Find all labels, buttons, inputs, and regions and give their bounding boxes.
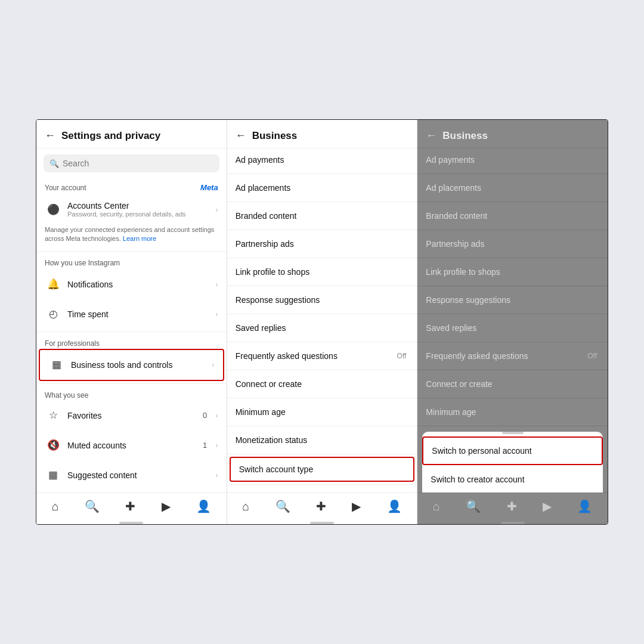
divider bbox=[227, 370, 417, 370]
divider2 bbox=[36, 332, 227, 332]
divider bbox=[417, 202, 608, 202]
panel2-list: Ad paymentsAd placementsBranded contentP… bbox=[227, 148, 417, 493]
search-bar[interactable]: 🔍 bbox=[44, 154, 219, 172]
business-tools-item[interactable]: ▦ Business tools and controls › bbox=[39, 349, 224, 381]
menu-item-content: Branded content bbox=[426, 211, 599, 221]
add-nav-icon[interactable]: ✚ bbox=[507, 499, 517, 513]
menu-item-title: Ad payments bbox=[236, 155, 409, 165]
notifications-item[interactable]: 🔔 Notifications › bbox=[36, 270, 227, 299]
menu-item-title: Link profile to shops bbox=[426, 267, 599, 277]
divider bbox=[227, 230, 417, 230]
time-spent-item[interactable]: ◴ Time spent › bbox=[36, 299, 227, 329]
business-menu-item-dimmed[interactable]: Frequently asked questionsOff bbox=[417, 345, 608, 367]
menu-item-title: Connect or create bbox=[236, 379, 409, 389]
menu-item-content: Link profile to shops bbox=[236, 267, 409, 277]
menu-item-title: Saved replies bbox=[426, 323, 599, 333]
profile-nav-icon[interactable]: 👤 bbox=[196, 499, 211, 513]
search-input[interactable] bbox=[63, 159, 213, 168]
business-menu-item[interactable]: Saved replies bbox=[227, 317, 417, 339]
menu-item-title: Link profile to shops bbox=[236, 267, 409, 277]
business-menu-item[interactable]: Partnership ads bbox=[227, 233, 417, 255]
search-icon: 🔍 bbox=[49, 159, 59, 168]
business-menu-item-dimmed[interactable]: Link profile to shops bbox=[417, 261, 608, 283]
chevron-icon: › bbox=[215, 470, 218, 479]
search-nav-icon[interactable]: 🔍 bbox=[466, 499, 481, 513]
divider bbox=[227, 342, 417, 342]
business-menu-item[interactable]: Add new professional account bbox=[227, 487, 417, 493]
divider bbox=[417, 342, 608, 342]
menu-item-title: Frequently asked questions bbox=[426, 351, 581, 361]
home-nav-icon[interactable]: ⌂ bbox=[52, 500, 59, 513]
business-menu-item-dimmed[interactable]: Response suggestions bbox=[417, 289, 608, 311]
suggested-content-item[interactable]: ▦ Suggested content › bbox=[36, 460, 227, 490]
business-menu-item[interactable]: Ad placements bbox=[227, 177, 417, 199]
add-nav-icon[interactable]: ✚ bbox=[125, 499, 135, 513]
suggested-icon: ▦ bbox=[45, 467, 61, 484]
business-menu-item-dimmed[interactable]: Minimum age bbox=[417, 401, 608, 423]
like-count-item[interactable]: ❤ Like count › bbox=[36, 490, 227, 493]
muted-accounts-item[interactable]: 🔇 Muted accounts 1 › bbox=[36, 431, 227, 460]
what-you-see-label: What you see bbox=[36, 386, 227, 401]
menu-item-content: Switch account type bbox=[239, 465, 405, 474]
menu-item-content: Connect or create bbox=[236, 379, 409, 389]
back-arrow-icon[interactable]: ← bbox=[45, 129, 55, 142]
search-nav-icon[interactable]: 🔍 bbox=[85, 499, 100, 513]
divider bbox=[417, 370, 608, 370]
reels-nav-icon[interactable]: ▶ bbox=[352, 499, 361, 513]
business-menu-item[interactable]: Response suggestions bbox=[227, 289, 417, 311]
back-arrow-icon[interactable]: ← bbox=[426, 129, 436, 142]
business-menu-item[interactable]: Frequently asked questionsOff bbox=[227, 345, 417, 367]
menu-item-title: Partnership ads bbox=[236, 239, 409, 249]
menu-item-title: Connect or create bbox=[426, 379, 599, 389]
business-menu-item[interactable]: Switch account type bbox=[230, 457, 415, 482]
profile-nav-icon[interactable]: 👤 bbox=[577, 499, 592, 513]
business-menu-item-dimmed[interactable]: Connect or create bbox=[417, 373, 608, 395]
panel3-title: Business bbox=[442, 130, 488, 142]
panel-settings: ← Settings and privacy 🔍 Your account Me… bbox=[36, 120, 227, 524]
panel3-list: Ad paymentsAd placementsBranded contentP… bbox=[417, 148, 608, 427]
favorites-item[interactable]: ☆ Favorites 0 › bbox=[36, 401, 227, 431]
popup-item[interactable]: Switch to creator account bbox=[422, 466, 603, 493]
chevron-icon: › bbox=[215, 205, 218, 214]
popup-items: Switch to personal accountSwitch to crea… bbox=[422, 436, 603, 493]
add-nav-icon[interactable]: ✚ bbox=[316, 499, 326, 513]
divider bbox=[227, 202, 417, 202]
learn-more-link[interactable]: Learn more bbox=[123, 235, 156, 242]
business-menu-item-dimmed[interactable]: Ad payments bbox=[417, 148, 608, 171]
accounts-center-item[interactable]: ⚫ Accounts Center Password, security, pe… bbox=[36, 194, 227, 224]
menu-item-content: Response suggestions bbox=[236, 295, 409, 305]
menu-item-content: Saved replies bbox=[236, 323, 409, 333]
business-menu-item-dimmed[interactable]: Branded content bbox=[417, 205, 608, 227]
profile-nav-icon[interactable]: 👤 bbox=[387, 499, 402, 513]
business-menu-item[interactable]: Ad payments bbox=[227, 148, 417, 171]
panel1-header: ← Settings and privacy bbox=[36, 120, 227, 148]
business-menu-item[interactable]: Connect or create bbox=[227, 373, 417, 395]
back-arrow-icon[interactable]: ← bbox=[236, 129, 246, 142]
business-menu-item[interactable]: Minimum age bbox=[227, 401, 417, 423]
home-nav-icon[interactable]: ⌂ bbox=[242, 500, 249, 513]
business-menu-item[interactable]: Branded content bbox=[227, 205, 417, 227]
business-menu-item-dimmed[interactable]: Partnership ads bbox=[417, 233, 608, 255]
business-tools-icon: ▦ bbox=[48, 357, 65, 373]
chevron-icon: › bbox=[215, 441, 218, 450]
reels-nav-icon[interactable]: ▶ bbox=[543, 499, 552, 513]
accounts-center-icon: ⚫ bbox=[45, 201, 61, 218]
notifications-content: Notifications bbox=[67, 280, 209, 289]
reels-nav-icon[interactable]: ▶ bbox=[162, 499, 171, 513]
divider bbox=[417, 286, 608, 286]
home-nav-icon[interactable]: ⌂ bbox=[433, 500, 440, 513]
bottom-indicator bbox=[310, 522, 334, 524]
business-menu-item[interactable]: Link profile to shops bbox=[227, 261, 417, 283]
popup-item[interactable]: Switch to personal account bbox=[422, 436, 603, 465]
divider3 bbox=[36, 383, 227, 384]
search-nav-icon[interactable]: 🔍 bbox=[275, 499, 290, 513]
menu-item-title: Response suggestions bbox=[426, 295, 599, 305]
business-menu-item-dimmed[interactable]: Saved replies bbox=[417, 317, 608, 339]
business-menu-item[interactable]: Monetization status bbox=[227, 429, 417, 451]
business-menu-item-dimmed[interactable]: Ad placements bbox=[417, 177, 608, 199]
menu-item-content: Link profile to shops bbox=[426, 267, 599, 277]
menu-item-title: Minimum age bbox=[426, 407, 599, 417]
divider bbox=[227, 426, 417, 426]
time-spent-content: Time spent bbox=[67, 309, 209, 319]
divider bbox=[417, 258, 608, 258]
